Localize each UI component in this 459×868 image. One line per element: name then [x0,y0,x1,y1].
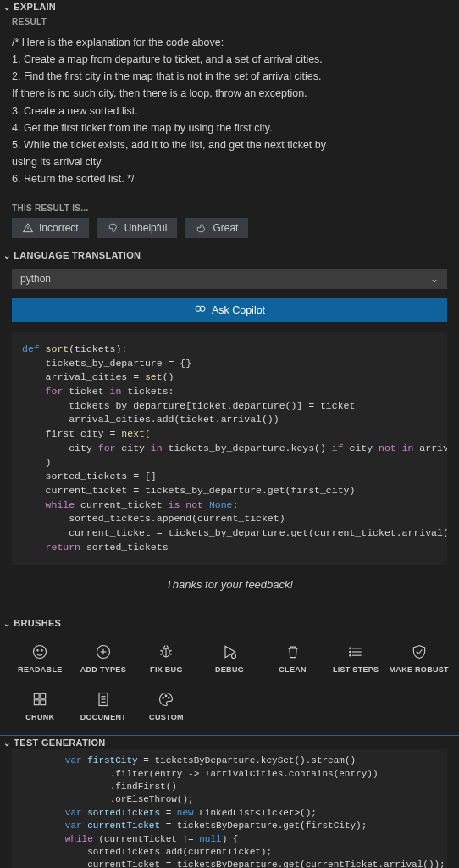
brush-label: FIX BUG [150,665,183,674]
incorrect-button[interactable]: Incorrect [12,218,89,238]
chevron-down-icon: ⌄ [3,738,10,748]
shield-icon [411,643,428,660]
svg-rect-25 [35,700,40,705]
svg-line-13 [170,651,173,652]
language-select[interactable]: python ⌄ [12,269,447,289]
brush-label: CHUNK [25,713,54,721]
testgen-code: var firstCity = ticketsByDeparture.keySe… [12,749,447,868]
explain-header[interactable]: ⌄ EXPLAIN [0,0,459,14]
copilot-icon [194,303,207,316]
warning-icon [22,222,34,234]
ask-copilot-label: Ask Copilot [212,304,265,316]
explain-line: 1. Create a map from departure to ticket… [12,52,447,67]
explain-line: 4. Get the first ticket from the map by … [12,120,447,136]
svg-point-4 [34,646,47,659]
brush-chunk[interactable]: CHUNK [8,686,72,730]
chevron-down-icon: ⌄ [3,619,10,628]
testgen-header[interactable]: ⌄ TEST GENERATION [0,736,459,749]
explain-text: /* Here is the explanation for the code … [0,30,459,197]
svg-point-21 [350,652,351,653]
list-icon [347,643,364,660]
brush-label: DOCUMENT [80,713,126,721]
svg-point-1 [28,231,29,231]
plus-circle-icon [95,643,112,660]
brush-label: CLEAN [279,665,307,674]
brush-debug[interactable]: DEBUG [198,638,262,682]
trash-icon [285,643,301,660]
palette-icon [158,691,174,708]
brush-fix-bug[interactable]: FIX BUG [135,638,198,682]
translation-code: def sort(tickets): tickets_by_departure … [12,332,447,565]
svg-point-16 [231,654,235,659]
explain-line: using its arrival city. [12,154,447,170]
explain-line: /* Here is the explanation for the code … [12,35,447,50]
incorrect-label: Incorrect [39,222,79,234]
svg-line-12 [161,651,163,652]
svg-point-6 [41,650,42,651]
svg-point-33 [169,698,170,699]
brushes-header[interactable]: ⌄ BRUSHES [0,616,459,630]
chunk-icon [31,691,48,708]
result-label: RESULT [0,14,459,30]
language-value: python [20,273,51,285]
brush-document[interactable]: DOCUMENT [72,686,135,730]
svg-rect-26 [41,700,46,705]
brush-label: LIST STEPS [333,665,379,674]
play-icon [221,643,238,660]
svg-point-22 [350,655,351,656]
doc-icon [95,691,112,708]
unhelpful-button[interactable]: Unhelpful [97,218,178,238]
svg-point-31 [163,698,164,699]
thumbs-up-icon [196,222,207,234]
great-button[interactable]: Great [185,218,248,238]
this-result-is-label: THIS RESULT IS... [0,197,459,218]
brushes-grid: READABLEADD TYPESFIX BUGDEBUGCLEANLIST S… [0,630,459,735]
explain-line: 5. While the ticket exists, add it to th… [12,137,447,153]
svg-rect-23 [35,694,40,699]
svg-point-20 [350,648,351,648]
brushes-header-label: BRUSHES [14,618,61,628]
great-label: Great [213,222,238,234]
svg-point-32 [166,695,168,697]
thanks-feedback: Thanks for your feedback! [12,565,447,606]
chevron-down-icon: ⌄ [430,273,439,285]
ask-copilot-button[interactable]: Ask Copilot [12,298,447,322]
explain-line: 2. Find the first city in the map that i… [12,69,447,84]
unhelpful-label: Unhelpful [124,222,168,234]
brush-clean[interactable]: CLEAN [261,638,324,682]
brush-list-steps[interactable]: LIST STEPS [324,638,388,682]
brush-add-types[interactable]: ADD TYPES [72,638,135,682]
svg-line-15 [170,654,173,655]
svg-point-5 [37,650,38,651]
brush-label: MAKE ROBUST [390,665,449,674]
brush-label: READABLE [18,665,62,674]
brush-label: DEBUG [215,665,244,674]
svg-line-14 [161,654,163,655]
smile-icon [31,643,48,660]
brush-custom[interactable]: CUSTOM [135,686,198,730]
translation-header-label: LANGUAGE TRANSLATION [14,250,141,260]
brush-make-robust[interactable]: MAKE ROBUST [387,638,451,682]
chevron-down-icon: ⌄ [3,3,10,12]
chevron-down-icon: ⌄ [3,251,10,260]
brush-label: CUSTOM [149,713,184,721]
explain-line: 6. Return the sorted list. */ [12,171,447,186]
testgen-header-label: TEST GENERATION [14,737,105,748]
explain-header-label: EXPLAIN [14,2,56,12]
translation-header[interactable]: ⌄ LANGUAGE TRANSLATION [0,248,459,262]
explain-line: 3. Create a new sorted list. [12,103,447,119]
thumbs-down-icon [108,222,119,234]
bug-icon [158,643,174,660]
svg-rect-24 [41,694,46,699]
brush-readable[interactable]: READABLE [8,638,72,682]
explain-line: If there is no such city, then there is … [12,86,447,101]
brush-label: ADD TYPES [80,665,126,674]
